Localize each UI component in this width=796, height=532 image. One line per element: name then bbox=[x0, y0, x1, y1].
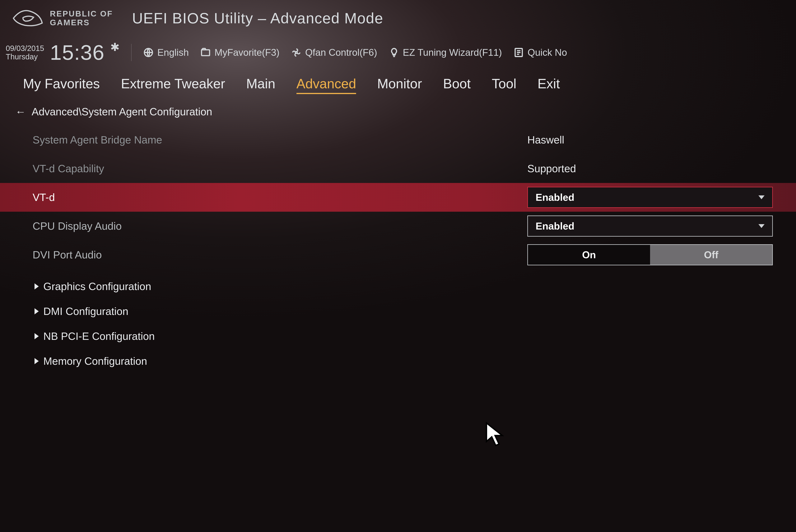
fan-icon bbox=[291, 47, 302, 58]
cpu-display-audio-value: Enabled bbox=[536, 220, 574, 232]
row-bridge-name: System Agent Bridge Name Haswell bbox=[33, 126, 773, 154]
cpu-display-audio-label: CPU Display Audio bbox=[33, 220, 527, 232]
tab-boot[interactable]: Boot bbox=[443, 76, 471, 94]
submenu-graphics-configuration[interactable]: Graphics Configuration bbox=[35, 274, 773, 299]
chevron-down-icon bbox=[758, 224, 764, 228]
quicknote-button[interactable]: Quick No bbox=[513, 47, 567, 58]
row-cpu-display-audio[interactable]: CPU Display Audio Enabled bbox=[33, 212, 773, 241]
submenu-memory-configuration[interactable]: Memory Configuration bbox=[35, 349, 773, 374]
svg-rect-1 bbox=[201, 50, 210, 56]
row-dvi-port-audio[interactable]: DVI Port Audio On Off bbox=[33, 241, 773, 269]
date: 09/03/2015 bbox=[6, 44, 44, 53]
tab-advanced[interactable]: Advanced bbox=[296, 76, 356, 94]
toolbar: 09/03/2015 Thursday 15:36 ✱ English MyFa… bbox=[0, 35, 796, 72]
vtd-label: VT-d bbox=[33, 191, 527, 204]
header: REPUBLIC OF GAMERS UEFI BIOS Utility – A… bbox=[0, 8, 796, 35]
submenu-label: NB PCI-E Configuration bbox=[43, 330, 155, 342]
qfan-button[interactable]: Qfan Control(F6) bbox=[291, 47, 377, 58]
qfan-label: Qfan Control(F6) bbox=[305, 47, 377, 58]
submenu-label: Graphics Configuration bbox=[43, 280, 151, 292]
toggle-on[interactable]: On bbox=[528, 245, 650, 265]
mouse-cursor-icon bbox=[485, 421, 506, 448]
submenu-label: Memory Configuration bbox=[43, 355, 147, 367]
tab-main[interactable]: Main bbox=[246, 76, 275, 94]
chevron-down-icon bbox=[758, 195, 764, 199]
bridge-name-value: Haswell bbox=[527, 134, 564, 146]
submenu-dmi-configuration[interactable]: DMI Configuration bbox=[35, 299, 773, 324]
time: 15:36 bbox=[50, 40, 105, 64]
toggle-off[interactable]: Off bbox=[650, 245, 772, 265]
tab-my-favorites[interactable]: My Favorites bbox=[23, 76, 100, 94]
bridge-name-label: System Agent Bridge Name bbox=[33, 134, 527, 146]
language-label: English bbox=[157, 47, 189, 58]
brand: REPUBLIC OF GAMERS bbox=[12, 8, 113, 29]
rog-eye-logo-icon bbox=[12, 8, 44, 29]
tab-extreme-tweaker[interactable]: Extreme Tweaker bbox=[121, 76, 225, 94]
row-vtd-capability: VT-d Capability Supported bbox=[33, 154, 773, 183]
globe-icon bbox=[143, 47, 154, 58]
vtd-capability-label: VT-d Capability bbox=[33, 163, 527, 175]
language-button[interactable]: English bbox=[143, 47, 189, 58]
triangle-right-icon bbox=[35, 333, 39, 339]
back-arrow-icon[interactable]: ← bbox=[15, 106, 26, 118]
submenu-list: Graphics Configuration DMI Configuration… bbox=[33, 269, 773, 378]
datetime: 09/03/2015 Thursday 15:36 ✱ bbox=[6, 40, 120, 64]
triangle-right-icon bbox=[35, 308, 39, 315]
tab-exit[interactable]: Exit bbox=[538, 76, 560, 94]
myfavorite-label: MyFavorite(F3) bbox=[214, 47, 279, 58]
settings-gear-icon[interactable]: ✱ bbox=[110, 41, 120, 54]
settings-panel: System Agent Bridge Name Haswell VT-d Ca… bbox=[0, 122, 796, 378]
row-vtd[interactable]: VT-d Enabled bbox=[0, 183, 796, 212]
dvi-port-audio-label: DVI Port Audio bbox=[33, 249, 527, 261]
submenu-label: DMI Configuration bbox=[43, 305, 128, 318]
star-folder-icon bbox=[200, 47, 211, 58]
breadcrumb-text: Advanced\System Agent Configuration bbox=[32, 106, 212, 118]
day: Thursday bbox=[6, 53, 44, 61]
dvi-port-audio-toggle[interactable]: On Off bbox=[527, 244, 773, 265]
vtd-capability-value: Supported bbox=[527, 163, 576, 175]
tab-tool[interactable]: Tool bbox=[492, 76, 516, 94]
vtd-value: Enabled bbox=[536, 192, 574, 203]
triangle-right-icon bbox=[35, 283, 39, 289]
eztuning-label: EZ Tuning Wizard(F11) bbox=[403, 47, 502, 58]
myfavorite-button[interactable]: MyFavorite(F3) bbox=[200, 47, 279, 58]
bulb-icon bbox=[389, 47, 399, 58]
main-tabs: My Favorites Extreme Tweaker Main Advanc… bbox=[0, 72, 796, 100]
eztuning-button[interactable]: EZ Tuning Wizard(F11) bbox=[389, 47, 502, 58]
triangle-right-icon bbox=[35, 358, 39, 364]
vtd-dropdown[interactable]: Enabled bbox=[527, 187, 773, 208]
brand-line1: REPUBLIC OF bbox=[50, 10, 113, 18]
separator bbox=[131, 44, 131, 61]
cpu-display-audio-dropdown[interactable]: Enabled bbox=[527, 215, 773, 236]
note-icon bbox=[513, 47, 524, 58]
quicknote-label: Quick No bbox=[527, 47, 567, 58]
submenu-nb-pcie-configuration[interactable]: NB PCI-E Configuration bbox=[35, 324, 773, 349]
breadcrumb[interactable]: ← Advanced\System Agent Configuration bbox=[0, 100, 796, 122]
brand-line2: GAMERS bbox=[50, 18, 113, 27]
page-title: UEFI BIOS Utility – Advanced Mode bbox=[132, 10, 383, 27]
tab-monitor[interactable]: Monitor bbox=[377, 76, 422, 94]
